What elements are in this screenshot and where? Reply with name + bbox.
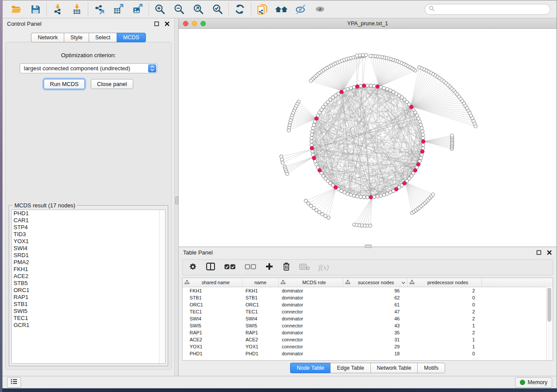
- cell-shared-name[interactable]: TEC1: [183, 309, 242, 314]
- table-options-button[interactable]: [189, 262, 197, 273]
- show-columns-button[interactable]: [206, 262, 215, 273]
- cell-shared-name[interactable]: FKH1: [183, 288, 242, 293]
- table-row[interactable]: RAP1RAP1dominator352: [183, 329, 553, 336]
- table-row[interactable]: PHD1PHD1dominator180: [183, 350, 553, 357]
- column-header-name[interactable]: name: [242, 278, 279, 287]
- cell-name[interactable]: STB1: [242, 295, 279, 300]
- table-row[interactable]: STB1STB1dominator620: [183, 294, 553, 301]
- mcds-result-item[interactable]: SRD1: [12, 252, 165, 259]
- tab-network[interactable]: Network: [31, 33, 64, 42]
- mcds-result-item[interactable]: STP4: [12, 224, 165, 231]
- first-neighbors-button[interactable]: [275, 3, 288, 16]
- cell-predecessor-nodes[interactable]: 0: [408, 351, 482, 356]
- mcds-result-item[interactable]: GCR1: [12, 322, 165, 329]
- cell-mcds-role[interactable]: connector: [279, 323, 343, 328]
- cell-name[interactable]: YOX1: [242, 344, 279, 349]
- cell-successor-nodes[interactable]: 35: [343, 330, 408, 335]
- hide-selected-button[interactable]: [294, 3, 307, 16]
- cell-predecessor-nodes[interactable]: 2: [408, 288, 482, 293]
- tab-network-table[interactable]: Network Table: [370, 363, 418, 373]
- cell-mcds-role[interactable]: dominator: [279, 351, 343, 356]
- zoom-in-button[interactable]: [153, 3, 166, 16]
- cell-mcds-role[interactable]: dominator: [279, 288, 343, 293]
- cell-predecessor-nodes[interactable]: 1: [408, 337, 482, 342]
- cell-predecessor-nodes[interactable]: 0: [408, 295, 482, 300]
- cell-mcds-role[interactable]: dominator: [279, 316, 343, 321]
- horizontal-splitter-grip[interactable]: [365, 244, 372, 248]
- zoom-fit-button[interactable]: [192, 3, 205, 16]
- delete-columns-button[interactable]: [282, 262, 291, 273]
- cell-successor-nodes[interactable]: 61: [343, 302, 408, 307]
- cell-name[interactable]: ORC1: [242, 302, 279, 307]
- tab-motifs[interactable]: Motifs: [417, 363, 445, 373]
- criterion-dropdown[interactable]: largest connected component (undirected): [20, 63, 158, 73]
- table-row[interactable]: FKH1FKH1dominator962: [183, 287, 553, 294]
- export-network-button[interactable]: [93, 3, 106, 16]
- table-row[interactable]: TEC1TEC1connector472: [183, 308, 553, 315]
- cell-name[interactable]: ACE2: [242, 337, 279, 342]
- mcds-result-item[interactable]: TID3: [12, 231, 165, 238]
- close-panel-button-secondary[interactable]: Close panel: [91, 79, 133, 89]
- column-header-mcds-role[interactable]: MCDS role: [279, 278, 343, 287]
- save-session-button[interactable]: [29, 3, 42, 16]
- select-all-button[interactable]: [224, 262, 236, 273]
- zoom-out-button[interactable]: [173, 3, 186, 16]
- cell-mcds-role[interactable]: connector: [279, 337, 343, 342]
- cell-mcds-role[interactable]: connector: [279, 344, 343, 349]
- clone-network-button[interactable]: [256, 3, 269, 16]
- cell-mcds-role[interactable]: dominator: [279, 302, 343, 307]
- export-image-button[interactable]: [131, 3, 144, 16]
- cell-shared-name[interactable]: RAP1: [183, 330, 242, 335]
- close-window-button[interactable]: [183, 21, 188, 26]
- cell-name[interactable]: RAP1: [242, 330, 279, 335]
- maximize-window-button[interactable]: [201, 21, 206, 26]
- cell-successor-nodes[interactable]: 29: [343, 344, 408, 349]
- float-table-panel-button[interactable]: [536, 249, 542, 255]
- cell-name[interactable]: SWI5: [242, 323, 279, 328]
- column-header-predecessor-nodes[interactable]: predecessor nodes: [408, 278, 482, 287]
- float-panel-button[interactable]: [153, 21, 159, 27]
- cell-shared-name[interactable]: PHD1: [183, 351, 242, 356]
- cell-successor-nodes[interactable]: 43: [343, 323, 408, 328]
- tab-node-table[interactable]: Node Table: [290, 363, 330, 373]
- close-table-panel-button[interactable]: [546, 249, 552, 255]
- add-column-button[interactable]: [265, 262, 273, 273]
- export-table-button[interactable]: [112, 3, 125, 16]
- cell-mcds-role[interactable]: dominator: [279, 295, 343, 300]
- zoom-selected-button[interactable]: [211, 3, 224, 16]
- cell-predecessor-nodes[interactable]: 1: [408, 323, 482, 328]
- mcds-result-item[interactable]: FKH1: [12, 266, 165, 273]
- mcds-result-item[interactable]: PMA2: [12, 259, 165, 266]
- search-box[interactable]: [425, 4, 550, 15]
- search-input[interactable]: [437, 6, 547, 13]
- table-row[interactable]: SWI5SWI5connector431: [183, 322, 553, 329]
- cell-shared-name[interactable]: ACE2: [183, 337, 242, 342]
- cell-predecessor-nodes[interactable]: 2: [408, 309, 482, 314]
- cell-shared-name[interactable]: STB1: [183, 295, 242, 300]
- run-mcds-button[interactable]: Run MCDS: [44, 79, 85, 89]
- cell-successor-nodes[interactable]: 18: [343, 351, 408, 356]
- show-all-button[interactable]: [313, 3, 326, 16]
- memory-button[interactable]: Memory: [515, 377, 552, 388]
- cell-name[interactable]: PHD1: [242, 351, 279, 356]
- mcds-result-item[interactable]: ACE2: [12, 273, 165, 280]
- mcds-list-scrollbar[interactable]: [159, 210, 165, 363]
- tab-edge-table[interactable]: Edge Table: [330, 363, 370, 373]
- table-row[interactable]: ACE2ACE2connector311: [183, 336, 553, 343]
- minimize-window-button[interactable]: [192, 21, 197, 26]
- mcds-result-item[interactable]: PHD1: [12, 210, 165, 217]
- column-header-shared-name[interactable]: shared name: [183, 278, 242, 287]
- column-header-successor-nodes[interactable]: successor nodes: [343, 278, 408, 287]
- mcds-result-item[interactable]: SWI4: [12, 245, 165, 252]
- mcds-result-item[interactable]: STB1: [12, 301, 165, 308]
- close-panel-button[interactable]: [164, 21, 170, 27]
- import-network-button[interactable]: [51, 3, 64, 16]
- network-canvas[interactable]: [179, 29, 557, 247]
- tab-select[interactable]: Select: [89, 33, 117, 42]
- cell-shared-name[interactable]: ORC1: [183, 302, 242, 307]
- cell-successor-nodes[interactable]: 46: [343, 316, 408, 321]
- cell-predecessor-nodes[interactable]: 2: [408, 316, 482, 321]
- mcds-result-item[interactable]: CAR1: [12, 217, 165, 224]
- import-table-button[interactable]: [70, 3, 83, 16]
- cell-name[interactable]: SWI4: [242, 316, 279, 321]
